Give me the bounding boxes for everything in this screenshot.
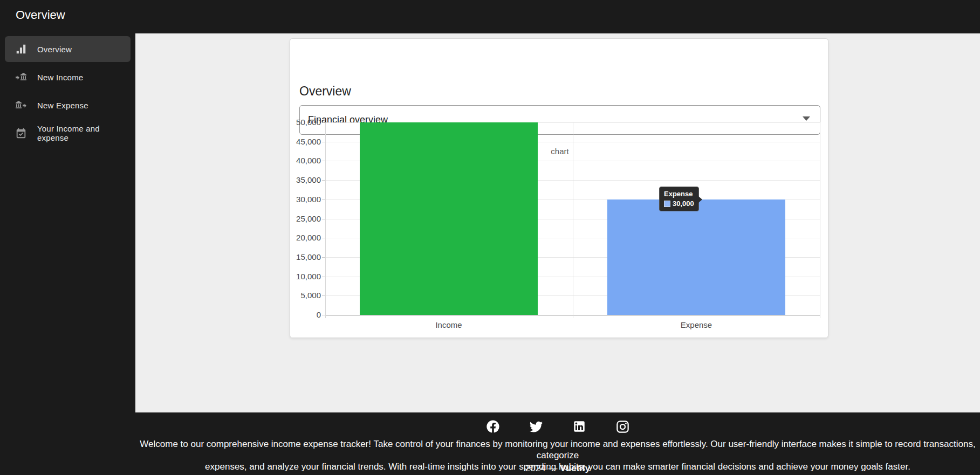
chevron-down-icon [803,116,810,121]
y-axis-label: 25,000 [278,214,321,223]
footer-copyright: 2024 — Vuetify [135,463,980,474]
tooltip-color-swatch [664,201,670,207]
category-boundary-line [325,122,326,318]
y-axis-label: 0 [278,310,321,319]
sidebar-item-overview[interactable]: Overview [5,36,131,62]
sidebar-item-label: New Income [37,73,83,82]
y-axis-label: 30,000 [278,195,321,204]
y-axis-label: 50,000 [278,118,321,127]
calendar-check-icon [15,127,28,140]
y-axis-label: 20,000 [278,233,321,242]
chart-tooltip: Expense 30,000 [659,187,699,211]
sidebar-item-your-income-and-expense[interactable]: Your Income and expense [5,120,131,146]
plot-area: Expense 30,000 05,00010,00015,00020,0002… [325,122,820,315]
twitter-icon[interactable] [529,419,544,434]
tooltip-pointer [698,196,702,203]
app-bar: Overview [0,0,980,33]
social-icons-row [135,419,980,434]
sidebar-item-label: New Expense [37,101,88,110]
app-bar-title: Overview [16,8,65,22]
x-axis-label: Income [395,320,503,329]
sidebar-item-label: Overview [37,45,72,54]
overview-card: Overview Financial overview chart Expens… [290,38,828,338]
bank-transfer-out-icon [15,99,28,112]
sidebar-item-label: Your Income and expense [37,124,131,142]
y-axis-label: 15,000 [278,252,321,261]
tooltip-value: 30,000 [673,199,694,208]
footer-brand: Vuetify [560,463,590,473]
card-title: Overview [299,84,351,99]
footer-year: 2024 — [525,463,560,473]
sidebar: Overview New Income New Expense Your Inc… [0,33,135,412]
income-bar[interactable] [360,122,538,315]
y-axis-label: 40,000 [278,156,321,165]
expense-bar[interactable] [607,199,785,315]
y-axis-label: 45,000 [278,137,321,146]
linkedin-icon[interactable] [572,419,587,434]
sidebar-item-new-income[interactable]: New Income [5,64,131,90]
x-axis-label: Expense [642,320,750,329]
footer: Welcome to our comprehensive income expe… [0,412,980,475]
bank-transfer-in-icon [15,71,28,84]
category-boundary-line [573,122,573,318]
category-boundary-line [820,122,820,318]
instagram-icon[interactable] [615,419,630,434]
y-axis-label: 10,000 [278,272,321,281]
bar-chart-icon [15,43,28,56]
footer-description-line1: Welcome to our comprehensive income expe… [135,438,980,461]
tooltip-series-label: Expense [664,190,694,198]
facebook-icon[interactable] [485,419,501,434]
y-axis-label: 5,000 [278,291,321,300]
y-axis-label: 35,000 [278,175,321,184]
sidebar-item-new-expense[interactable]: New Expense [5,92,131,118]
